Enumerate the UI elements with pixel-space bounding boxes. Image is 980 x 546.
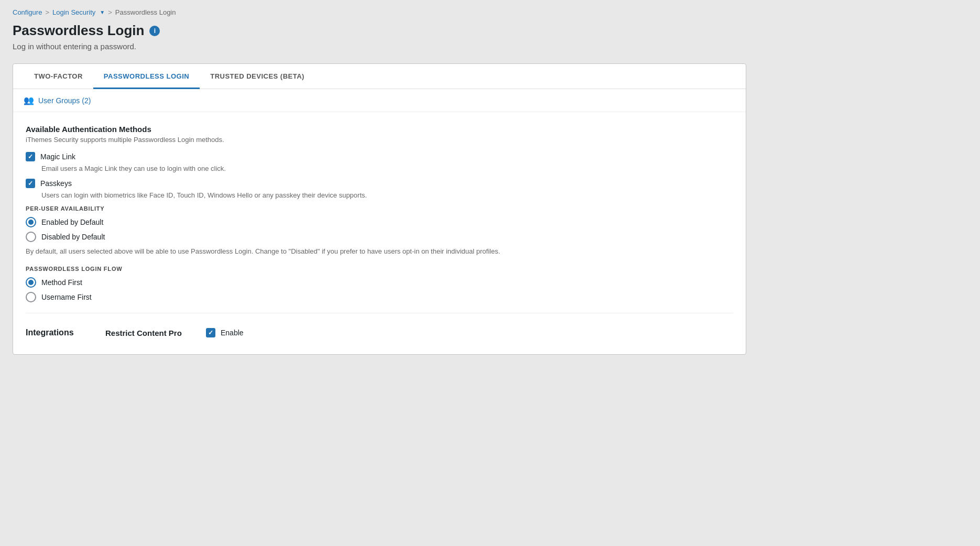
- magic-link-checkbox[interactable]: ✓: [26, 152, 35, 161]
- per-user-label: PER-USER AVAILABILITY: [26, 205, 733, 212]
- enable-checkmark: ✓: [208, 330, 213, 336]
- magic-link-checkmark: ✓: [28, 154, 33, 160]
- breadcrumb-login-security[interactable]: Login Security: [52, 8, 95, 16]
- passkeys-label: Passkeys: [40, 179, 72, 188]
- login-flow-section: PASSWORDLESS LOGIN FLOW Method First Use…: [26, 266, 733, 302]
- user-groups-link[interactable]: 👥 User Groups (2): [24, 95, 91, 105]
- user-groups-bar: 👥 User Groups (2): [13, 89, 746, 112]
- card-body: Available Authentication Methods iThemes…: [13, 112, 746, 354]
- username-first-row: Username First: [26, 292, 733, 302]
- page-title: Passwordless Login: [13, 23, 144, 39]
- per-user-section: PER-USER AVAILABILITY Enabled by Default…: [26, 205, 733, 255]
- page-title-row: Passwordless Login i: [13, 23, 967, 39]
- breadcrumb-sep1: >: [45, 8, 49, 16]
- passkeys-checkbox-row: ✓ Passkeys: [26, 179, 733, 188]
- info-icon[interactable]: i: [149, 26, 160, 36]
- tab-trusted-devices[interactable]: TRUSTED DEVICES (BETA): [200, 64, 315, 89]
- auth-methods-section: Available Authentication Methods iThemes…: [26, 125, 733, 199]
- enabled-by-default-row: Enabled by Default: [26, 217, 733, 227]
- enable-checkbox[interactable]: ✓: [206, 328, 215, 337]
- passkeys-checkmark: ✓: [28, 180, 33, 187]
- breadcrumb-configure[interactable]: Configure: [13, 8, 42, 16]
- enabled-by-default-label: Enabled by Default: [41, 218, 103, 226]
- user-groups-label: User Groups (2): [38, 96, 91, 105]
- disabled-by-default-row: Disabled by Default: [26, 232, 733, 242]
- method-first-label: Method First: [41, 278, 82, 287]
- enabled-by-default-radio[interactable]: [26, 217, 36, 227]
- breadcrumb-dropdown-icon[interactable]: ▼: [100, 9, 105, 15]
- method-first-row: Method First: [26, 277, 733, 288]
- tab-two-factor[interactable]: TWO-FACTOR: [24, 64, 93, 89]
- integrations-section: Integrations Restrict Content Pro ✓ Enab…: [26, 324, 733, 342]
- disabled-by-default-label: Disabled by Default: [41, 233, 105, 241]
- per-user-note: By default, all users selected above wil…: [26, 247, 733, 255]
- auth-methods-desc: iThemes Security supports multiple Passw…: [26, 136, 733, 144]
- tab-passwordless-login[interactable]: PASSWORDLESS LOGIN: [93, 64, 200, 89]
- breadcrumb-sep2: >: [108, 8, 112, 16]
- username-first-label: Username First: [41, 293, 92, 301]
- magic-link-label: Magic Link: [40, 152, 75, 161]
- enable-row: ✓ Enable: [206, 328, 244, 337]
- magic-link-checkbox-row: ✓ Magic Link: [26, 152, 733, 161]
- user-groups-icon: 👥: [24, 95, 34, 105]
- auth-methods-title: Available Authentication Methods: [26, 125, 733, 134]
- passkeys-checkbox[interactable]: ✓: [26, 179, 35, 188]
- login-flow-label: PASSWORDLESS LOGIN FLOW: [26, 266, 733, 272]
- divider: [26, 313, 733, 313]
- main-card: TWO-FACTOR PASSWORDLESS LOGIN TRUSTED DE…: [13, 63, 746, 355]
- passkeys-desc: Users can login with biometrics like Fac…: [41, 191, 733, 199]
- method-first-radio[interactable]: [26, 277, 36, 288]
- enable-label: Enable: [221, 329, 244, 337]
- username-first-radio[interactable]: [26, 292, 36, 302]
- restrict-content-pro-name: Restrict Content Pro: [105, 329, 189, 337]
- integrations-title: Integrations: [26, 328, 89, 337]
- disabled-by-default-radio[interactable]: [26, 232, 36, 242]
- tabs-bar: TWO-FACTOR PASSWORDLESS LOGIN TRUSTED DE…: [13, 64, 746, 89]
- page-subtitle: Log in without entering a password.: [13, 42, 967, 51]
- breadcrumb-current: Passwordless Login: [115, 8, 176, 16]
- magic-link-desc: Email users a Magic Link they can use to…: [41, 165, 733, 172]
- breadcrumb: Configure > Login Security ▼ > Passwordl…: [13, 8, 967, 16]
